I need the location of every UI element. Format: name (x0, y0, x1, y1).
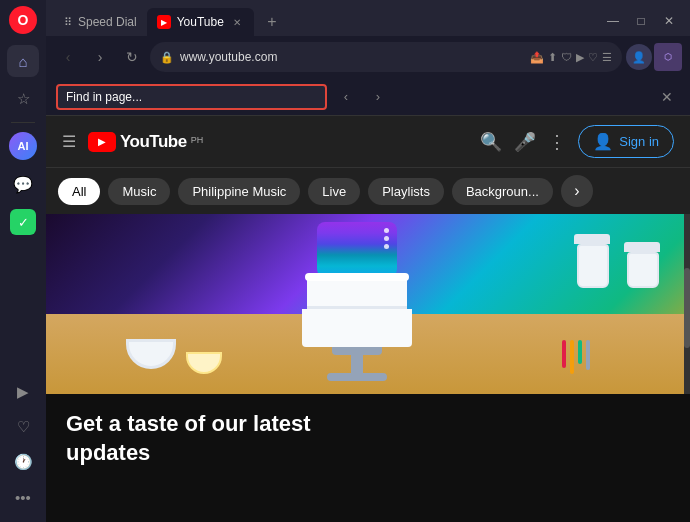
scrollbar-thumb[interactable] (684, 268, 690, 348)
jar-1-body (577, 244, 609, 288)
sidebar-bottom: ▶ ♡ 🕐 ••• (7, 373, 39, 516)
yt-logo-country: PH (191, 135, 204, 145)
cake-dot-2 (384, 236, 389, 241)
back-button[interactable]: ‹ (54, 43, 82, 71)
yt-category-all[interactable]: All (58, 178, 100, 205)
profile-button[interactable]: 👤 (626, 44, 652, 70)
sidebar-item-messenger[interactable]: 💬 (7, 168, 39, 200)
close-window-button[interactable]: ✕ (656, 10, 682, 32)
pencil-1 (562, 340, 566, 368)
find-close-icon: ✕ (661, 89, 673, 105)
heart-icon: ♡ (17, 418, 30, 436)
yt-category-live-label: Live (322, 184, 346, 199)
yt-category-music[interactable]: Music (108, 178, 170, 205)
navigation-bar: ‹ › ↻ 🔒 www.youtube.com 📤 ⬆ 🛡 ▶ ♡ ☰ 👤 (46, 36, 690, 78)
yt-hero-title: Get a taste of our latest updates (66, 410, 670, 467)
forward-icon: › (98, 49, 103, 65)
maximize-icon: □ (637, 14, 644, 28)
more-icon: ••• (15, 489, 31, 506)
tab-bar: ⠿ Speed Dial ▶ YouTube ✕ + — □ ✕ (46, 0, 690, 36)
lucid-button[interactable]: ⬡ (654, 43, 682, 71)
tab-youtube-close[interactable]: ✕ (230, 16, 244, 29)
yt-logo-text: YouTube (120, 132, 187, 152)
cake-base-layer (302, 309, 412, 347)
jar-2 (626, 242, 660, 288)
lucid-icon: ⬡ (664, 52, 672, 62)
yt-hero-title-line1: Get a taste of our latest (66, 411, 311, 436)
minimize-button[interactable]: — (600, 10, 626, 32)
cake-top-layer (317, 222, 397, 277)
shield-icon[interactable]: 🛡 (561, 51, 572, 63)
lock-icon: 🔒 (160, 51, 174, 64)
yt-category-background-label: Backgroun... (466, 184, 539, 199)
yt-category-live[interactable]: Live (308, 178, 360, 205)
download-icon[interactable]: ⬆ (548, 51, 557, 64)
jar-2-lid (624, 242, 660, 252)
yt-search-icon[interactable]: 🔍 (480, 131, 502, 153)
messenger-icon: 💬 (13, 175, 33, 194)
yt-header-icons: 🔍 🎤 ⋮ 👤 Sign in (480, 125, 674, 158)
url-text: www.youtube.com (180, 50, 524, 64)
yt-categories: All Music Philippine Music Live Playlist… (46, 168, 690, 214)
find-input[interactable] (66, 90, 317, 104)
sidebar-item-whatsapp[interactable]: ✓ (7, 206, 39, 238)
tab-speed-dial[interactable]: ⠿ Speed Dial (54, 8, 147, 36)
yt-category-background[interactable]: Backgroun... (452, 178, 553, 205)
sidebar-item-videos[interactable]: ▶ (7, 376, 39, 408)
yt-category-philippine-music[interactable]: Philippine Music (178, 178, 300, 205)
sidebar-item-history[interactable]: 🕐 (7, 446, 39, 478)
yt-hero-text-section: Get a taste of our latest updates (46, 394, 690, 483)
cake-stand-base (327, 373, 387, 381)
cake (302, 222, 412, 381)
yt-mic-icon[interactable]: 🎤 (514, 131, 536, 153)
close-window-icon: ✕ (664, 14, 674, 28)
cake-dot-1 (384, 228, 389, 233)
heart-addr-icon[interactable]: ♡ (588, 51, 598, 64)
pencil-3 (578, 340, 582, 364)
share-icon[interactable]: 📤 (530, 51, 544, 64)
yt-logo[interactable]: ▶ YouTube PH (88, 132, 203, 152)
pencil-2 (570, 340, 574, 374)
cake-stand-top (332, 347, 382, 355)
yt-menu-icon[interactable]: ☰ (62, 132, 76, 151)
window-controls: — □ ✕ (600, 10, 682, 36)
yt-category-all-label: All (72, 184, 86, 199)
yt-sign-in-button[interactable]: 👤 Sign in (578, 125, 674, 158)
yt-hero-image (46, 214, 690, 394)
new-tab-button[interactable]: + (258, 8, 286, 36)
utensils (562, 340, 590, 374)
pencil-4 (586, 340, 590, 370)
play-icon: ▶ (17, 383, 29, 401)
page-scrollbar[interactable] (684, 214, 690, 394)
maximize-button[interactable]: □ (628, 10, 654, 32)
yt-category-playlists-label: Playlists (382, 184, 430, 199)
menu-icon[interactable]: ☰ (602, 51, 612, 64)
sidebar-item-more[interactable]: ••• (7, 481, 39, 513)
tab-youtube[interactable]: ▶ YouTube ✕ (147, 8, 254, 36)
cake-stand-pole (351, 355, 363, 373)
find-close-button[interactable]: ✕ (654, 84, 680, 110)
youtube-header: ☰ ▶ YouTube PH 🔍 🎤 ⋮ 👤 Sign in (46, 116, 690, 168)
aria-icon: AI (9, 132, 37, 160)
forward-button[interactable]: › (86, 43, 114, 71)
sidebar-item-home[interactable]: ⌂ (7, 45, 39, 77)
reload-button[interactable]: ↻ (118, 43, 146, 71)
nav-right-icons: 👤 ⬡ (626, 43, 682, 71)
opera-logo[interactable]: O (9, 6, 37, 34)
sidebar-item-heart[interactable]: ♡ (7, 411, 39, 443)
cast-icon[interactable]: ▶ (576, 51, 584, 64)
speed-dial-favicon: ⠿ (64, 16, 72, 29)
yt-category-playlists[interactable]: Playlists (368, 178, 444, 205)
find-prev-button[interactable]: ‹ (333, 84, 359, 110)
star-icon: ☆ (17, 90, 30, 108)
youtube-favicon: ▶ (157, 15, 171, 29)
browser-chrome: ⠿ Speed Dial ▶ YouTube ✕ + — □ ✕ ‹ (46, 0, 690, 522)
yt-categories-more[interactable]: › (561, 175, 593, 207)
whatsapp-icon: ✓ (10, 209, 36, 235)
find-next-button[interactable]: › (365, 84, 391, 110)
cake-dot-3 (384, 244, 389, 249)
sidebar-item-aria[interactable]: AI (7, 130, 39, 162)
yt-more-icon[interactable]: ⋮ (548, 131, 566, 153)
sidebar-item-bookmarks[interactable]: ☆ (7, 83, 39, 115)
address-bar[interactable]: 🔒 www.youtube.com 📤 ⬆ 🛡 ▶ ♡ ☰ (150, 42, 622, 72)
